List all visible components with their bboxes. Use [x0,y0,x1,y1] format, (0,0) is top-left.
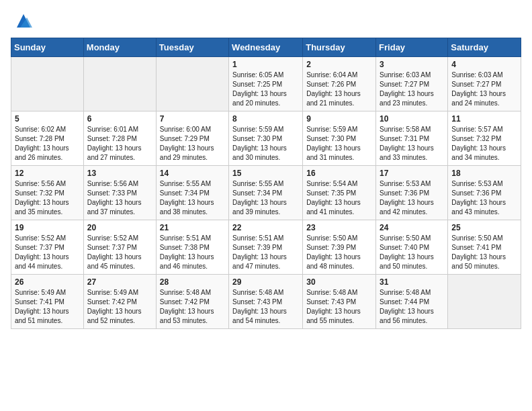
day-info: Sunrise: 5:55 AM Sunset: 7:34 PM Dayligh… [160,179,225,217]
calendar-day-cell [83,57,156,111]
day-number: 15 [232,169,299,178]
day-info: Sunrise: 6:04 AM Sunset: 7:26 PM Dayligh… [306,71,372,108]
day-of-week-header: Monday [83,38,156,57]
day-number: 11 [451,114,517,124]
day-number: 26 [15,277,80,287]
day-info: Sunrise: 6:01 AM Sunset: 7:28 PM Dayligh… [87,125,152,163]
calendar-day-cell: 7Sunrise: 6:00 AM Sunset: 7:29 PM Daylig… [156,111,228,166]
day-info: Sunrise: 5:50 AM Sunset: 7:41 PM Dayligh… [451,234,517,271]
day-info: Sunrise: 5:53 AM Sunset: 7:36 PM Dayligh… [380,179,444,217]
calendar-day-cell: 27Sunrise: 5:49 AM Sunset: 7:42 PM Dayli… [83,275,156,329]
day-of-week-header: Saturday [448,38,521,57]
day-number: 17 [380,169,444,178]
day-number: 5 [15,114,80,124]
calendar-day-cell: 21Sunrise: 5:51 AM Sunset: 7:38 PM Dayli… [156,220,228,275]
day-number: 10 [380,114,444,124]
day-number: 25 [451,223,517,232]
day-number: 6 [87,114,152,124]
day-info: Sunrise: 5:57 AM Sunset: 7:32 PM Dayligh… [451,125,517,163]
day-info: Sunrise: 5:52 AM Sunset: 7:37 PM Dayligh… [15,234,80,271]
day-number: 29 [232,277,299,287]
day-number: 28 [160,277,225,287]
day-info: Sunrise: 5:52 AM Sunset: 7:37 PM Dayligh… [87,234,152,271]
day-number: 31 [380,277,444,287]
calendar-day-cell: 19Sunrise: 5:52 AM Sunset: 7:37 PM Dayli… [11,220,84,275]
calendar-day-cell: 14Sunrise: 5:55 AM Sunset: 7:34 PM Dayli… [156,166,228,220]
day-info: Sunrise: 6:02 AM Sunset: 7:28 PM Dayligh… [15,125,80,163]
calendar-day-cell [11,57,84,111]
day-info: Sunrise: 6:00 AM Sunset: 7:29 PM Dayligh… [160,125,225,163]
day-number: 18 [451,169,517,178]
day-info: Sunrise: 6:03 AM Sunset: 7:27 PM Dayligh… [451,71,517,108]
calendar-day-cell: 20Sunrise: 5:52 AM Sunset: 7:37 PM Dayli… [83,220,156,275]
day-of-week-header: Wednesday [229,38,303,57]
calendar-day-cell: 31Sunrise: 5:48 AM Sunset: 7:44 PM Dayli… [376,275,448,329]
day-number: 3 [380,60,444,69]
calendar-day-cell: 30Sunrise: 5:48 AM Sunset: 7:43 PM Dayli… [303,275,376,329]
calendar-day-cell: 24Sunrise: 5:50 AM Sunset: 7:40 PM Dayli… [376,220,448,275]
day-info: Sunrise: 5:59 AM Sunset: 7:30 PM Dayligh… [232,125,299,163]
calendar-day-cell: 29Sunrise: 5:48 AM Sunset: 7:43 PM Dayli… [229,275,303,329]
calendar-week-row: 1Sunrise: 6:05 AM Sunset: 7:25 PM Daylig… [11,57,521,111]
page-header [11,11,521,31]
day-number: 22 [232,223,299,232]
calendar-day-cell: 15Sunrise: 5:55 AM Sunset: 7:34 PM Dayli… [229,166,303,220]
calendar-day-cell: 4Sunrise: 6:03 AM Sunset: 7:27 PM Daylig… [448,57,521,111]
day-info: Sunrise: 6:05 AM Sunset: 7:25 PM Dayligh… [232,71,299,108]
calendar-day-cell: 23Sunrise: 5:50 AM Sunset: 7:39 PM Dayli… [303,220,376,275]
calendar-day-cell: 18Sunrise: 5:53 AM Sunset: 7:36 PM Dayli… [448,166,521,220]
calendar-day-cell: 2Sunrise: 6:04 AM Sunset: 7:26 PM Daylig… [303,57,376,111]
day-number: 13 [87,169,152,178]
day-number: 12 [15,169,80,178]
calendar-day-cell: 6Sunrise: 6:01 AM Sunset: 7:28 PM Daylig… [83,111,156,166]
calendar-day-cell: 3Sunrise: 6:03 AM Sunset: 7:27 PM Daylig… [376,57,448,111]
day-number: 8 [232,114,299,124]
calendar-day-cell: 10Sunrise: 5:58 AM Sunset: 7:31 PM Dayli… [376,111,448,166]
logo [11,11,34,31]
day-number: 27 [87,277,152,287]
calendar-day-cell: 25Sunrise: 5:50 AM Sunset: 7:41 PM Dayli… [448,220,521,275]
day-info: Sunrise: 5:48 AM Sunset: 7:43 PM Dayligh… [306,288,372,326]
logo-icon [13,11,34,31]
calendar-day-cell: 16Sunrise: 5:54 AM Sunset: 7:35 PM Dayli… [303,166,376,220]
calendar-week-row: 26Sunrise: 5:49 AM Sunset: 7:41 PM Dayli… [11,275,521,329]
calendar-table: SundayMondayTuesdayWednesdayThursdayFrid… [11,38,521,329]
day-of-week-header: Thursday [303,38,376,57]
day-number: 14 [160,169,225,178]
calendar-day-cell: 8Sunrise: 5:59 AM Sunset: 7:30 PM Daylig… [229,111,303,166]
day-number: 1 [232,60,299,69]
calendar-day-cell [156,57,228,111]
day-number: 19 [15,223,80,232]
calendar-day-cell: 1Sunrise: 6:05 AM Sunset: 7:25 PM Daylig… [229,57,303,111]
calendar-day-cell: 17Sunrise: 5:53 AM Sunset: 7:36 PM Dayli… [376,166,448,220]
calendar-day-cell [448,275,521,329]
day-number: 9 [306,114,372,124]
day-info: Sunrise: 5:51 AM Sunset: 7:38 PM Dayligh… [160,234,225,271]
day-info: Sunrise: 5:59 AM Sunset: 7:30 PM Dayligh… [306,125,372,163]
calendar-day-cell: 13Sunrise: 5:56 AM Sunset: 7:33 PM Dayli… [83,166,156,220]
day-info: Sunrise: 5:48 AM Sunset: 7:42 PM Dayligh… [160,288,225,326]
day-info: Sunrise: 5:50 AM Sunset: 7:39 PM Dayligh… [306,234,372,271]
day-info: Sunrise: 5:48 AM Sunset: 7:43 PM Dayligh… [232,288,299,326]
day-number: 4 [451,60,517,69]
day-info: Sunrise: 5:55 AM Sunset: 7:34 PM Dayligh… [232,179,299,217]
day-number: 24 [380,223,444,232]
day-info: Sunrise: 5:48 AM Sunset: 7:44 PM Dayligh… [380,288,444,326]
day-info: Sunrise: 6:03 AM Sunset: 7:27 PM Dayligh… [380,71,444,108]
day-number: 23 [306,223,372,232]
calendar-week-row: 12Sunrise: 5:56 AM Sunset: 7:32 PM Dayli… [11,166,521,220]
calendar-day-cell: 22Sunrise: 5:51 AM Sunset: 7:39 PM Dayli… [229,220,303,275]
day-of-week-header: Friday [376,38,448,57]
day-number: 7 [160,114,225,124]
day-info: Sunrise: 5:50 AM Sunset: 7:40 PM Dayligh… [380,234,444,271]
calendar-header-row: SundayMondayTuesdayWednesdayThursdayFrid… [11,38,521,57]
calendar-day-cell: 11Sunrise: 5:57 AM Sunset: 7:32 PM Dayli… [448,111,521,166]
day-info: Sunrise: 5:56 AM Sunset: 7:33 PM Dayligh… [87,179,152,217]
calendar-week-row: 5Sunrise: 6:02 AM Sunset: 7:28 PM Daylig… [11,111,521,166]
day-info: Sunrise: 5:54 AM Sunset: 7:35 PM Dayligh… [306,179,372,217]
day-info: Sunrise: 5:58 AM Sunset: 7:31 PM Dayligh… [380,125,444,163]
day-number: 21 [160,223,225,232]
day-of-week-header: Tuesday [156,38,228,57]
day-number: 16 [306,169,372,178]
calendar-day-cell: 9Sunrise: 5:59 AM Sunset: 7:30 PM Daylig… [303,111,376,166]
